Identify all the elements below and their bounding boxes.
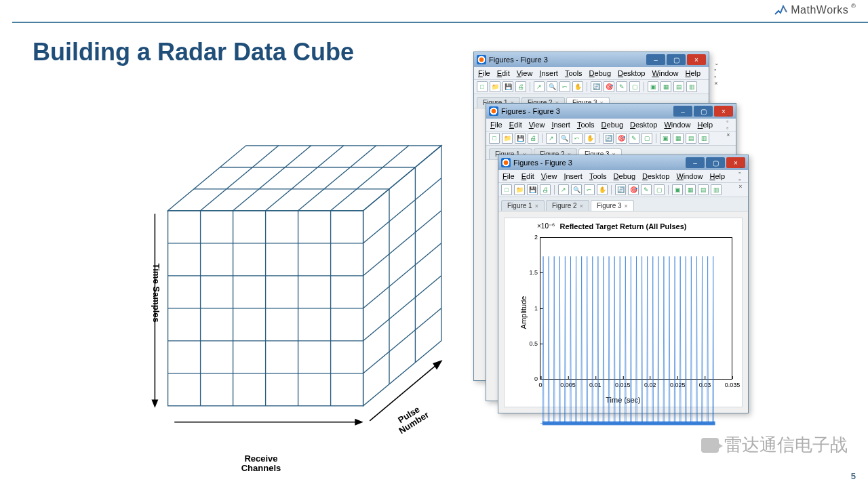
toolbar-icon-10[interactable]: ✎	[616, 81, 627, 92]
toolbar-icon-0[interactable]: □	[477, 81, 488, 92]
tab-figure-3[interactable]: Figure 3×	[591, 200, 634, 211]
menu-debug[interactable]: Debug	[601, 121, 623, 129]
menu-edit[interactable]: Edit	[521, 172, 534, 180]
menubar-extra-icons[interactable]: ⌄ ▫ ▫ ×	[714, 60, 720, 87]
minimize-button[interactable]: –	[686, 157, 705, 168]
toolbar-icon-6[interactable]: ⤺	[559, 81, 570, 92]
menu-help[interactable]: Help	[698, 121, 713, 129]
menu-help[interactable]: Help	[710, 172, 726, 180]
titlebar[interactable]: Figures - Figure 3 – ▢ ×	[498, 155, 748, 170]
menu-help[interactable]: Help	[686, 69, 701, 77]
toolbar-icon-14[interactable]: ▤	[686, 133, 696, 144]
tab-figure-1[interactable]: Figure 1×	[501, 200, 545, 211]
toolbar-icon-8[interactable]: 🔄	[603, 133, 614, 144]
menu-view[interactable]: View	[517, 69, 533, 77]
toolbar-icon-7[interactable]: ✋	[572, 81, 583, 92]
minimize-button[interactable]: –	[646, 54, 665, 65]
toolbar-icon-12[interactable]: ▣	[648, 81, 658, 92]
svg-line-16	[298, 146, 376, 211]
menu-tools[interactable]: Tools	[577, 121, 595, 129]
toolbar-icon-4[interactable]: ↗	[534, 81, 545, 92]
menu-desktop[interactable]: Desktop	[618, 69, 645, 77]
menu-file[interactable]: File	[490, 121, 502, 129]
toolbar-icon-12[interactable]: ▣	[660, 133, 671, 144]
toolbar: □📁💾🖨↗🔍⤺✋🔄🎯✎▢▣▦▤▥	[474, 80, 709, 94]
svg-line-17	[331, 146, 409, 211]
svg-line-24	[363, 308, 441, 373]
toolbar-icon-3[interactable]: 🖨	[540, 184, 551, 195]
toolbar-icon-0[interactable]: □	[489, 133, 500, 144]
toolbar-icon-5[interactable]: 🔍	[559, 133, 570, 144]
close-button[interactable]: ×	[687, 54, 706, 65]
menu-debug[interactable]: Debug	[589, 69, 611, 77]
toolbar-icon-10[interactable]: ✎	[641, 184, 652, 195]
toolbar-icon-13[interactable]: ▦	[673, 133, 684, 144]
toolbar-icon-8[interactable]: 🔄	[615, 184, 626, 195]
maximize-button[interactable]: ▢	[694, 106, 713, 117]
menu-file[interactable]: File	[502, 172, 515, 180]
menu-view[interactable]: View	[529, 121, 545, 129]
tab-close-icon[interactable]: ×	[535, 203, 538, 209]
toolbar-icon-2[interactable]: 💾	[515, 133, 526, 144]
toolbar-icon-4[interactable]: ↗	[558, 184, 569, 195]
menubar-extra-icons[interactable]: ⌄ ▫ ▫ ×	[738, 163, 745, 190]
titlebar[interactable]: Figures - Figure 3 – ▢ ×	[486, 104, 736, 119]
toolbar-icon-9[interactable]: 🎯	[628, 184, 639, 195]
menu-window[interactable]: Window	[652, 69, 678, 77]
toolbar-icon-3[interactable]: 🖨	[528, 133, 538, 144]
toolbar-icon-9[interactable]: 🎯	[616, 133, 627, 144]
titlebar[interactable]: Figures - Figure 3 – ▢ ×	[474, 52, 709, 67]
toolbar-icon-1[interactable]: 📁	[490, 81, 500, 92]
tab-figure-2[interactable]: Figure 2×	[546, 200, 589, 211]
toolbar-icon-15[interactable]: ▥	[698, 133, 709, 144]
menu-desktop[interactable]: Desktop	[630, 121, 657, 129]
toolbar-icon-3[interactable]: 🖨	[515, 81, 526, 92]
toolbar-icon-14[interactable]: ▤	[673, 81, 684, 92]
toolbar-icon-1[interactable]: 📁	[514, 184, 525, 195]
toolbar-icon-5[interactable]: 🔍	[571, 184, 582, 195]
menubar-extra-icons[interactable]: ⌄ ▫ ▫ ×	[726, 111, 732, 138]
toolbar-icon-14[interactable]: ▤	[698, 184, 709, 195]
toolbar-icon-12[interactable]: ▣	[672, 184, 683, 195]
toolbar-icon-9[interactable]: 🎯	[604, 81, 614, 92]
toolbar-icon-10[interactable]: ✎	[629, 133, 639, 144]
tab-close-icon[interactable]: ×	[580, 203, 583, 209]
toolbar-icon-13[interactable]: ▦	[685, 184, 696, 195]
maximize-button[interactable]: ▢	[706, 157, 725, 168]
toolbar-icon-4[interactable]: ↗	[546, 133, 557, 144]
menu-file[interactable]: File	[478, 69, 490, 77]
toolbar-icon-5[interactable]: 🔍	[547, 81, 557, 92]
menu-edit[interactable]: Edit	[497, 69, 510, 77]
toolbar-icon-2[interactable]: 💾	[527, 184, 538, 195]
toolbar-icon-0[interactable]: □	[501, 184, 512, 195]
toolbar-icon-15[interactable]: ▥	[686, 81, 697, 92]
toolbar-icon-13[interactable]: ▦	[660, 81, 671, 92]
menu-tools[interactable]: Tools	[589, 172, 607, 180]
toolbar-icon-6[interactable]: ⤺	[584, 184, 595, 195]
toolbar-icon-8[interactable]: 🔄	[591, 81, 601, 92]
menu-window[interactable]: Window	[664, 121, 690, 129]
menubar: FileEditViewInsertToolsDebugDesktopWindo…	[498, 170, 748, 183]
menu-window[interactable]: Window	[676, 172, 703, 180]
toolbar-icon-1[interactable]: 📁	[502, 133, 513, 144]
menu-edit[interactable]: Edit	[509, 121, 522, 129]
maximize-button[interactable]: ▢	[667, 54, 686, 65]
menu-insert[interactable]: Insert	[564, 172, 583, 180]
menu-insert[interactable]: Insert	[539, 69, 558, 77]
tab-close-icon[interactable]: ×	[625, 203, 628, 209]
toolbar-icon-6[interactable]: ⤺	[572, 133, 583, 144]
menu-insert[interactable]: Insert	[551, 121, 570, 129]
toolbar-icon-11[interactable]: ▢	[642, 133, 652, 144]
toolbar-icon-11[interactable]: ▢	[629, 81, 640, 92]
svg-rect-33	[542, 422, 715, 426]
toolbar-icon-2[interactable]: 💾	[502, 81, 513, 92]
toolbar-icon-7[interactable]: ✋	[597, 184, 608, 195]
menu-desktop[interactable]: Desktop	[642, 172, 669, 180]
toolbar-icon-7[interactable]: ✋	[585, 133, 595, 144]
toolbar-icon-15[interactable]: ▥	[711, 184, 722, 195]
menu-view[interactable]: View	[541, 172, 557, 180]
minimize-button[interactable]: –	[673, 106, 692, 117]
menu-tools[interactable]: Tools	[565, 69, 583, 77]
toolbar-icon-11[interactable]: ▢	[654, 184, 665, 195]
menu-debug[interactable]: Debug	[614, 172, 635, 180]
